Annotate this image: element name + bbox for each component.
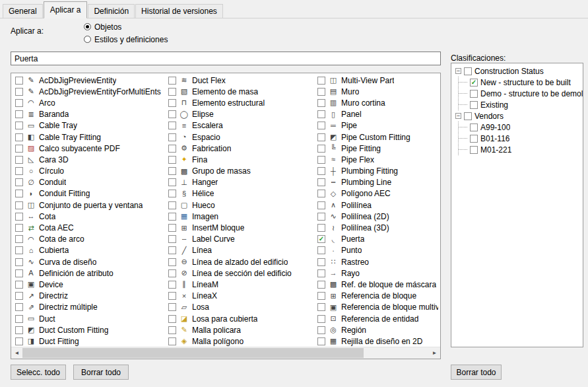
- tree-node-b01-116[interactable]: B01-116: [459, 133, 583, 144]
- checkbox[interactable]: [15, 156, 23, 164]
- tree-node-vendors[interactable]: −Vendors: [455, 110, 583, 122]
- checkbox[interactable]: [15, 258, 23, 266]
- checkbox[interactable]: [470, 90, 478, 98]
- list-item-device[interactable]: ▣Device: [13, 279, 166, 290]
- checkbox[interactable]: [168, 258, 176, 266]
- checkbox[interactable]: [168, 303, 176, 311]
- list-item-ref-de-bloque-de-mascara[interactable]: ▩Ref. de bloque de máscara: [315, 279, 438, 290]
- checkbox[interactable]: [15, 133, 23, 141]
- checkbox[interactable]: [168, 145, 176, 153]
- checkbox[interactable]: [470, 101, 478, 109]
- list-item-plumbing-line[interactable]: ┅Plumbing Line: [315, 177, 438, 188]
- select-all-button[interactable]: Selecc. todo: [11, 365, 66, 380]
- checkbox[interactable]: [464, 112, 472, 120]
- checkbox[interactable]: [168, 213, 176, 221]
- scroll-track[interactable]: [22, 347, 429, 359]
- list-item-cota-de-arco[interactable]: ◠Cota de arco: [13, 234, 166, 245]
- list-item-region[interactable]: ◎Región: [315, 324, 438, 335]
- list-item-rejilla-de-diseno-en-2d[interactable]: ▦Rejilla de diseño en 2D: [315, 335, 438, 347]
- checkbox[interactable]: [317, 258, 325, 266]
- checkbox[interactable]: [15, 235, 23, 243]
- collapse-icon[interactable]: −: [455, 68, 461, 74]
- list-item-label-curve[interactable]: ┄Label Curve: [166, 234, 315, 245]
- list-item-directriz-multiple[interactable]: ⇗Directriz múltiple: [13, 302, 166, 313]
- tab-definicion[interactable]: Definición: [88, 4, 135, 18]
- checkbox[interactable]: [317, 133, 325, 141]
- list-item-fabrication[interactable]: ⚙Fabrication: [166, 143, 315, 154]
- checkbox[interactable]: [15, 77, 23, 85]
- list-item-cara-3d[interactable]: ◺Cara 3D: [13, 154, 166, 165]
- checkbox[interactable]: [317, 213, 325, 221]
- list-item-directriz[interactable]: ↗Directriz: [13, 291, 166, 302]
- list-item-rastreo[interactable]: ∷Rastreo: [315, 256, 438, 267]
- checkbox[interactable]: [168, 326, 176, 334]
- checkbox[interactable]: [168, 281, 176, 289]
- checkbox[interactable]: [168, 110, 176, 118]
- checkbox[interactable]: [168, 315, 176, 323]
- checkbox[interactable]: [470, 123, 478, 131]
- list-item-cable-tray-fitting[interactable]: ◧Cable Tray Fitting: [13, 131, 166, 143]
- tree-node-existing[interactable]: Existing: [459, 99, 583, 110]
- list-item-polilinea-3d[interactable]: ≀Polilínea (3D): [315, 222, 438, 233]
- checkbox[interactable]: [317, 269, 325, 277]
- list-item-rayo[interactable]: →Rayo: [315, 267, 438, 279]
- checkbox[interactable]: [15, 110, 23, 118]
- checkbox[interactable]: [15, 292, 23, 300]
- checkbox[interactable]: [15, 326, 23, 334]
- list-item-circulo[interactable]: ○Círculo: [13, 166, 166, 177]
- checkbox[interactable]: [317, 167, 325, 175]
- checkbox[interactable]: [15, 145, 23, 153]
- tree-node-m01-221[interactable]: M01-221: [459, 144, 583, 155]
- list-item-pipe-custom-fitting[interactable]: ◩Pipe Custom Fitting: [315, 131, 438, 143]
- checkbox[interactable]: [168, 99, 176, 107]
- list-item-lineam[interactable]: ∥LíneaM: [166, 279, 315, 290]
- checkbox[interactable]: [15, 201, 23, 209]
- list-item-cubierta[interactable]: ⌂Cubierta: [13, 245, 166, 256]
- checkbox[interactable]: [317, 178, 325, 186]
- checkbox[interactable]: [168, 77, 176, 85]
- list-item-escalera[interactable]: ≡Escalera: [166, 120, 315, 131]
- checkbox[interactable]: [317, 190, 325, 197]
- checkbox[interactable]: [15, 88, 23, 96]
- list-item-losa-para-cubierta[interactable]: ◪Losa para cubierta: [166, 313, 315, 324]
- checkbox[interactable]: [317, 303, 325, 311]
- checkbox[interactable]: [15, 167, 23, 175]
- list-item-referencia-de-entidad[interactable]: ⊡Referencia de entidad: [315, 313, 438, 324]
- checkbox[interactable]: [15, 246, 23, 254]
- scroll-right-icon[interactable]: ►: [429, 347, 440, 359]
- checkbox[interactable]: [317, 292, 325, 300]
- clear-all-button[interactable]: Borrar todo: [73, 365, 129, 380]
- checkbox[interactable]: [317, 201, 325, 209]
- checkbox[interactable]: ✓: [317, 235, 325, 243]
- checkbox[interactable]: [317, 77, 325, 85]
- checkbox[interactable]: [168, 190, 176, 197]
- list-item-conduit[interactable]: ∅Conduit: [13, 177, 166, 188]
- checkbox[interactable]: [317, 326, 325, 334]
- tree-node-construction-status[interactable]: −Construction Status: [455, 65, 583, 77]
- list-item-muro[interactable]: ▤Muro: [315, 86, 438, 97]
- list-item-calco-subyacente-pdf[interactable]: ▨Calco subyacente PDF: [13, 143, 166, 154]
- tab-general[interactable]: General: [3, 4, 43, 18]
- list-item-polilinea-2d[interactable]: ∿Polilínea (2D): [315, 211, 438, 222]
- list-item-muro-cortina[interactable]: ▥Muro cortina: [315, 97, 438, 108]
- list-item-fina[interactable]: ✦Fina: [166, 154, 315, 165]
- list-item-espacio[interactable]: ◔Espacio: [166, 131, 315, 143]
- checkbox[interactable]: [168, 292, 176, 300]
- list-item-malla-policara[interactable]: ✎Malla policara: [166, 324, 315, 335]
- list-item-duct-flex[interactable]: ≋Duct Flex: [166, 75, 315, 86]
- list-item-arco[interactable]: ◠Arco: [13, 97, 166, 108]
- list-item-plumbing-fitting[interactable]: ┼Plumbing Fitting: [315, 166, 438, 177]
- list-item-hueco[interactable]: ▢Hueco: [166, 199, 315, 211]
- checkbox[interactable]: [15, 303, 23, 311]
- checkbox[interactable]: [317, 246, 325, 254]
- checkbox[interactable]: [317, 122, 325, 129]
- checkbox[interactable]: [317, 315, 325, 323]
- list-item-conduit-fitting[interactable]: ◗Conduit Fitting: [13, 188, 166, 199]
- list-item-puerta[interactable]: ✓◟Puerta: [315, 234, 438, 245]
- list-item-duct-fitting[interactable]: ◨Duct Fitting: [13, 335, 166, 347]
- horizontal-scrollbar[interactable]: ◄ ►: [11, 347, 440, 359]
- list-item-elemento-estructural[interactable]: ⊓Elemento estructural: [166, 97, 315, 108]
- checkbox[interactable]: [168, 156, 176, 164]
- list-item-definicion-de-atributo[interactable]: ADefinición de atributo: [13, 267, 166, 279]
- tree-node-a99-100[interactable]: A99-100: [459, 122, 583, 133]
